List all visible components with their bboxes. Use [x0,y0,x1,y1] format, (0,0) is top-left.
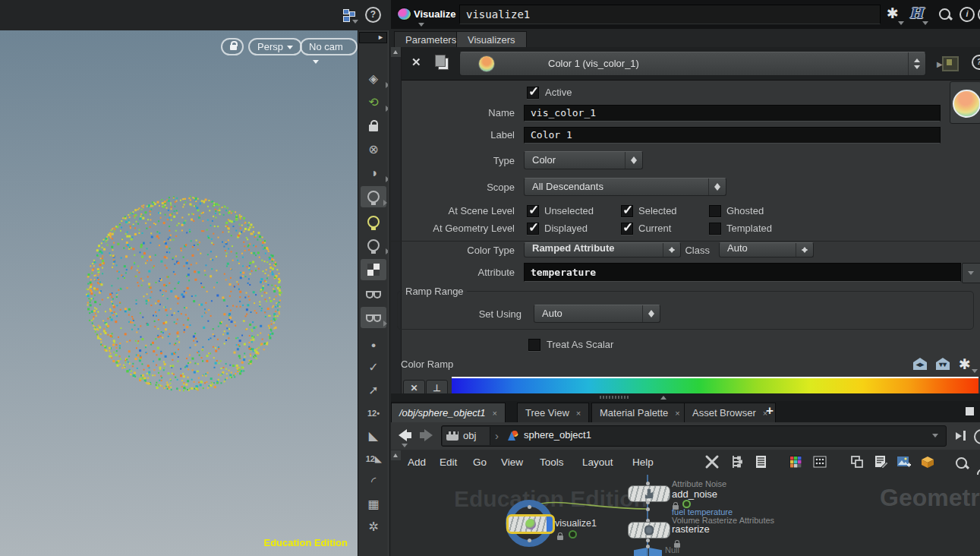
treat-as-scalar-checkbox[interactable] [528,339,540,351]
menu-go[interactable]: Go [473,450,487,475]
add-light-icon[interactable]: + [358,211,389,232]
displayed-checkbox[interactable] [527,223,539,235]
gear-icon[interactable]: ✱ [959,355,971,373]
network-editor[interactable]: Education Edition Geometry visualize1 At… [391,475,980,556]
camera-lock-button[interactable] [221,38,244,55]
pin-pane-icon[interactable] [956,430,966,441]
search-icon[interactable] [956,457,967,469]
scroll-up-icon[interactable] [391,47,401,57]
add-environment-light-icon[interactable]: + [358,235,389,256]
remove-visualizer-icon[interactable]: ✕ [411,55,421,69]
path-dropdown-icon[interactable] [932,434,938,438]
collapse-toolbar-button[interactable]: ► [359,32,387,43]
lock-camera-icon[interactable] [358,115,389,137]
display-mode-icon[interactable] [361,307,386,328]
high-quality-display-icon[interactable] [361,259,386,280]
visualizer-dropdown[interactable]: Color 1 (vis_color_1) [459,52,926,76]
display-points-icon[interactable]: ● [358,334,389,355]
pane-type-label[interactable]: Visualize [414,8,455,20]
tools-icon[interactable] [704,453,720,470]
scroll-down-icon[interactable]: ▼ [358,553,389,556]
attribute-menu-button[interactable] [962,263,980,283]
divider-grip[interactable] [600,396,630,399]
notes-icon[interactable] [872,453,889,470]
menu-view[interactable]: View [501,450,523,475]
node-input-dot[interactable] [528,505,531,509]
menu-help[interactable]: Help [632,450,654,475]
view-layout-icon[interactable]: ◈ [358,68,389,90]
tab-network-path[interactable]: /obj/sphere_object1× [391,403,506,423]
help-icon[interactable]: ? [365,7,381,23]
forward-icon[interactable] [424,429,433,441]
spinner-icon[interactable] [908,52,925,75]
visualizer-preview-button[interactable] [950,81,980,124]
normal-lighting-icon[interactable] [361,186,386,207]
close-icon[interactable]: × [576,409,581,418]
node-add-noise[interactable] [628,485,670,502]
primitive-numbers-icon[interactable]: 12◣ [358,448,389,469]
attribute-input[interactable]: temperature [524,263,961,282]
vector-display-icon[interactable]: ✲ [358,517,389,538]
tree-controls-icon[interactable] [728,453,745,470]
network-path-field[interactable]: obj › sphere_object1 [441,425,947,447]
scope-dropdown[interactable]: All Descendants [524,178,726,196]
smooth-shaded-icon[interactable] [358,283,389,305]
parameters-scrollbar[interactable] [391,47,402,393]
node-visualize1[interactable] [506,514,555,534]
node-rasterize[interactable] [628,522,670,539]
point-normals-icon[interactable]: ✓ [358,357,389,378]
node-label[interactable]: visualize1 [555,518,597,529]
view-type-button[interactable]: Persp [248,38,302,55]
path-root-segment[interactable]: obj [443,427,490,445]
primitive-normals-icon[interactable]: ◣ [358,425,389,447]
tab-visualizers[interactable]: Visualizers [456,31,527,48]
node-output-dot[interactable] [646,539,650,542]
node-label[interactable]: rasterize [672,523,710,535]
help-icon[interactable]: ? [972,55,980,70]
node-label[interactable]: add_noise [672,488,717,500]
close-icon[interactable]: × [675,409,679,418]
node-output-dot[interactable] [528,539,531,542]
search-icon[interactable] [939,8,950,20]
type-dropdown[interactable]: Color [524,151,643,169]
class-dropdown[interactable]: Auto [719,242,814,257]
link-icon[interactable]: ▶ [942,56,959,71]
asset-box-icon[interactable] [919,453,936,470]
point-pin-icon[interactable]: ➚ [358,380,389,401]
desktop-layout-icon[interactable] [342,8,357,23]
select-visualizers-icon[interactable]: ⟲ [358,92,389,113]
new-tab-button[interactable]: + [766,403,774,419]
ramp-flip-icon[interactable]: ◂▸ [913,358,927,370]
tab-tree-view[interactable]: Tree View× [517,403,589,423]
node-bypass-icon[interactable] [569,530,577,539]
selected-checkbox[interactable] [621,205,633,217]
point-numbers-icon[interactable]: 12• [358,403,389,424]
menu-tools[interactable]: Tools [540,450,564,475]
display-handles-icon[interactable]: ▦ [358,494,389,515]
chevron-up-icon[interactable] [660,396,666,400]
node-flag-blue[interactable] [547,517,553,532]
add-image-icon[interactable] [895,453,912,470]
tab-asset-browser[interactable]: Asset Browser× [684,403,776,423]
scene-viewport[interactable]: Persp No cam Education Edition [0,30,358,556]
tab-material-palette[interactable]: Material Palette× [591,403,689,423]
templated-checkbox[interactable] [709,223,721,235]
close-icon[interactable]: × [492,409,496,418]
back-icon[interactable] [399,429,407,441]
history-chevron-icon[interactable] [402,444,408,447]
info-icon[interactable]: i [960,7,975,22]
grid-options-icon[interactable] [811,453,828,470]
color-ramp-gradient[interactable] [452,377,978,393]
camera-select-button[interactable]: No cam [300,38,358,55]
active-checkbox[interactable] [527,87,539,99]
no-lighting-icon[interactable]: ⊗ [358,139,389,160]
ghosted-checkbox[interactable] [709,205,721,217]
menu-add[interactable]: Add [408,450,426,475]
label-input[interactable]: Color 1 [524,127,941,144]
window-layout-icon[interactable] [849,453,865,470]
menu-layout[interactable]: Layout [582,450,613,475]
scroll-up-icon[interactable] [391,450,401,460]
current-checkbox[interactable] [621,223,633,235]
copy-visualizer-icon[interactable] [438,58,449,70]
gear-icon[interactable]: ✱ [887,6,899,21]
